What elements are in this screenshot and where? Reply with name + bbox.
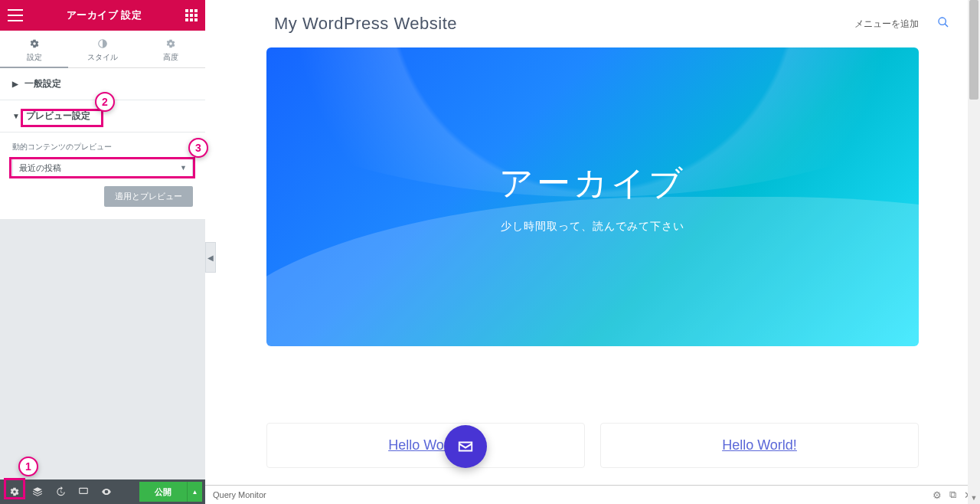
post-card[interactable]: Hello World! (266, 423, 585, 468)
collapse-sidebar-handle[interactable]: ◀ (205, 242, 216, 273)
preview-canvas[interactable]: My WordPress Website メニューを追加 アーカイブ 少し時間取… (205, 0, 980, 485)
sidebar-spacer (0, 220, 205, 479)
section-preview-label: プレビュー設定 (26, 110, 90, 123)
apply-preview-button[interactable]: 適用とプレビュー (104, 186, 193, 207)
caret-right-icon: ▶ (12, 80, 18, 88)
publish-button[interactable]: 公開 (139, 482, 187, 502)
publish-options-button[interactable]: ▲ (187, 482, 202, 502)
qm-popout-icon[interactable]: ⧉ (949, 489, 956, 501)
settings-button[interactable] (3, 479, 26, 504)
tab-style[interactable]: スタイル (68, 31, 136, 67)
publish-group: 公開 ▲ (139, 482, 202, 502)
search-icon[interactable] (937, 16, 949, 31)
preview-select[interactable]: 最近の投稿 (12, 157, 193, 178)
eye-icon (101, 486, 112, 497)
section-preview-body: 動的コンテンツのプレビュー 最近の投稿 ▼ 適用とプレビュー (0, 133, 205, 220)
svg-point-2 (939, 18, 946, 25)
tab-advanced-label: 高度 (163, 53, 178, 61)
annotation-badge-1: 1 (18, 457, 38, 476)
layers-icon (32, 486, 43, 497)
caret-up-icon: ▲ (192, 489, 198, 496)
tab-settings-label: 設定 (27, 53, 42, 61)
hero-subtitle: 少し時間取って、読んでみて下さい (501, 220, 684, 234)
site-title: My WordPress Website (274, 14, 457, 34)
query-monitor-bar: Query Monitor ⚙ ⧉ ✕ (205, 485, 980, 504)
history-icon (55, 486, 66, 497)
contrast-icon (97, 38, 108, 49)
tab-settings[interactable]: 設定 (0, 31, 68, 67)
add-menu-link[interactable]: メニューを追加 (854, 18, 919, 31)
post-card[interactable]: Hello World! (600, 423, 919, 468)
sidebar-header: アーカイブ 設定 (0, 0, 205, 31)
caret-down-icon: ▼ (12, 112, 20, 120)
query-monitor-label[interactable]: Query Monitor (213, 490, 266, 499)
gear-icon (9, 486, 20, 497)
preview-button[interactable] (95, 479, 118, 504)
responsive-button[interactable] (72, 479, 95, 504)
contact-fab[interactable] (444, 425, 487, 468)
archive-hero: アーカイブ 少し時間取って、読んでみて下さい (266, 47, 919, 346)
editor-sidebar: アーカイブ 設定 設定 スタイル 高度 ▶ 一般設定 ▼ プレビュー設定 動的コ… (0, 0, 205, 504)
settings-tabs: 設定 スタイル 高度 (0, 31, 205, 68)
navigator-button[interactable] (26, 479, 49, 504)
site-nav: メニューを追加 (854, 16, 949, 31)
post-card-title[interactable]: Hello World! (722, 437, 797, 453)
hero-title: アーカイブ (499, 161, 686, 206)
history-button[interactable] (49, 479, 72, 504)
widgets-grid-icon[interactable] (185, 9, 198, 21)
preview-select-wrap: 最近の投稿 ▼ (12, 157, 193, 178)
section-preview: ▼ プレビュー設定 動的コンテンツのプレビュー 最近の投稿 ▼ 適用とプレビュー (0, 100, 205, 220)
hamburger-icon[interactable] (8, 9, 23, 21)
monitor-icon (78, 486, 89, 497)
gear-icon (165, 38, 176, 49)
svg-line-3 (945, 24, 948, 27)
qm-settings-icon[interactable]: ⚙ (933, 489, 942, 501)
annotation-badge-3: 3 (188, 138, 208, 158)
gear-icon (29, 38, 40, 49)
scroll-down-icon[interactable]: ▼ (968, 492, 980, 504)
tab-style-label: スタイル (87, 53, 118, 61)
envelope-icon (457, 438, 474, 455)
annotation-badge-2: 2 (95, 92, 115, 112)
preview-pane: My WordPress Website メニューを追加 アーカイブ 少し時間取… (205, 0, 980, 504)
preview-field-label: 動的コンテンツのプレビュー (12, 142, 193, 152)
section-general-label: 一般設定 (24, 77, 61, 90)
scroll-thumb[interactable] (969, 0, 978, 100)
svg-rect-1 (80, 488, 88, 493)
post-cards: Hello World! Hello World! (266, 423, 919, 468)
sidebar-title: アーカイブ 設定 (23, 8, 185, 22)
site-header: My WordPress Website メニューを追加 (205, 0, 980, 47)
tab-advanced[interactable]: 高度 (137, 31, 205, 67)
preview-scrollbar[interactable]: ▲ ▼ (968, 0, 980, 504)
sidebar-footer: 公開 ▲ (0, 479, 205, 504)
